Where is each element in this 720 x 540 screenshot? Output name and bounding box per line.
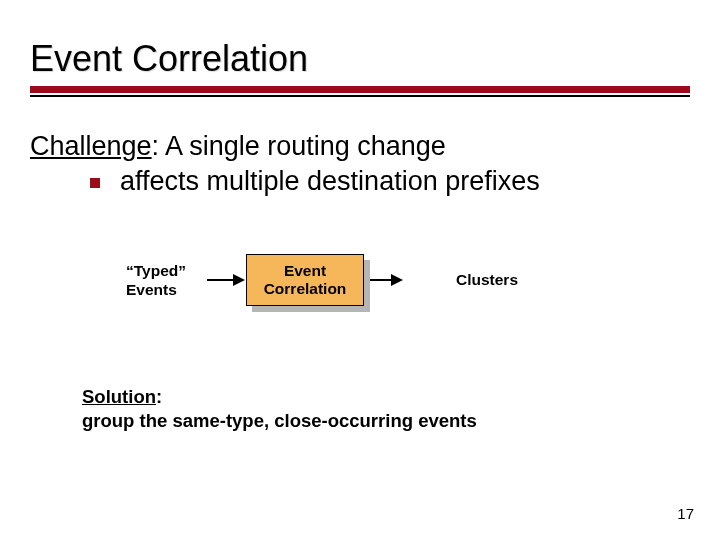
slide-body: Challenge: A single routing change affec…	[30, 131, 690, 433]
challenge-label: Challenge	[30, 131, 152, 161]
challenge-sub-text: affects multiple destination prefixes	[120, 166, 540, 197]
challenge-rest: : A single routing change	[152, 131, 446, 161]
rule-thick	[30, 86, 690, 93]
solution-label: Solution	[82, 386, 156, 407]
event-correlation-box: Event Correlation	[246, 254, 364, 306]
typed-events-l1: “Typed”	[126, 262, 186, 279]
ec-box-l2: Correlation	[264, 280, 347, 297]
challenge-sub-line: affects multiple destination prefixes	[30, 166, 684, 197]
solution-line2: group the same-type, close-occurring eve…	[82, 410, 477, 431]
diagram: “Typed” Events Event Correlation	[126, 237, 684, 323]
solution-block: Solution: group the same-type, close-occ…	[30, 385, 684, 433]
slide: Event Correlation Challenge: A single ro…	[0, 0, 720, 540]
arrow-right-icon	[391, 274, 403, 286]
event-correlation-box-inner: Event Correlation	[246, 254, 364, 306]
typed-events-l2: Events	[126, 281, 177, 298]
challenge-line: Challenge: A single routing change	[30, 131, 684, 162]
clusters-label: Clusters	[456, 271, 518, 289]
arrow-left	[206, 274, 246, 286]
typed-events-label: “Typed” Events	[126, 261, 206, 300]
title-block: Event Correlation	[30, 38, 690, 97]
square-bullet-icon	[90, 178, 100, 188]
arrow-right-icon	[233, 274, 245, 286]
slide-title: Event Correlation	[30, 38, 690, 80]
arrow-right	[364, 274, 404, 286]
rule-thin	[30, 95, 690, 97]
solution-colon: :	[156, 386, 162, 407]
ec-box-l1: Event	[284, 262, 326, 279]
arrow-line-icon	[207, 279, 233, 282]
page-number: 17	[677, 505, 694, 522]
